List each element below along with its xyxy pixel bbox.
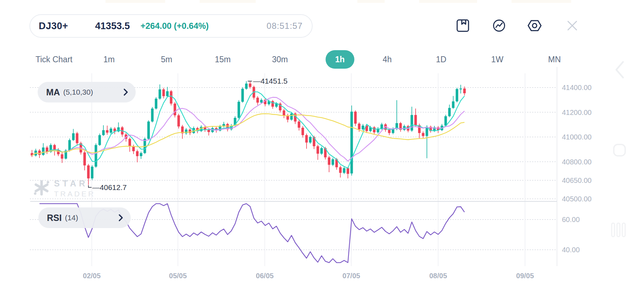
svg-text:41400.00: 41400.00 bbox=[562, 84, 591, 91]
svg-text:—40612.7: —40612.7 bbox=[92, 183, 127, 191]
svg-text:40.00: 40.00 bbox=[562, 246, 580, 254]
rsi-label: RSI bbox=[47, 213, 62, 223]
last-price: 41353.5 bbox=[95, 21, 130, 32]
triple-bars-icon bbox=[611, 233, 626, 239]
svg-text:09/05: 09/05 bbox=[516, 272, 534, 280]
bookmark-button[interactable] bbox=[455, 19, 471, 34]
chevron-left-icon bbox=[613, 75, 627, 81]
chart-screen: STAR TRADER —41451.5—40612.741400.004120… bbox=[0, 0, 644, 301]
settings-button[interactable] bbox=[527, 19, 542, 34]
chevron-right-icon bbox=[123, 88, 129, 96]
instrument-header[interactable]: DJ30+ 41353.5 +264.00 (+0.64%) 08:51:57 bbox=[29, 14, 313, 38]
drawing-tools-button[interactable] bbox=[611, 222, 626, 239]
ma-params: (5,10,30) bbox=[63, 88, 93, 96]
svg-text:60.00: 60.00 bbox=[562, 216, 580, 223]
tab-1d[interactable]: 1D bbox=[436, 50, 446, 69]
screenshot-button[interactable] bbox=[612, 143, 627, 159]
tab-5m[interactable]: 5m bbox=[161, 50, 172, 69]
close-icon bbox=[565, 19, 579, 34]
rounded-square-icon bbox=[612, 152, 627, 158]
tab-mn[interactable]: MN bbox=[548, 50, 561, 69]
svg-text:—41451.5: —41451.5 bbox=[253, 77, 288, 85]
rsi-indicator-pill[interactable]: RSI (14) bbox=[38, 207, 131, 228]
svg-text:40500.00: 40500.00 bbox=[562, 195, 591, 203]
tab-15m[interactable]: 15m bbox=[215, 50, 231, 69]
ma-indicator-pill[interactable]: MA (5,10,30) bbox=[38, 82, 136, 102]
bookmark-icon bbox=[456, 19, 470, 34]
svg-text:41000.00: 41000.00 bbox=[562, 133, 591, 141]
tab-30m[interactable]: 30m bbox=[272, 50, 288, 69]
collapse-panel-button[interactable] bbox=[613, 60, 627, 81]
svg-text:05/05: 05/05 bbox=[169, 272, 187, 280]
timeframe-tabs: Tick Chart1m5m15m30m1h4h1D1WMN bbox=[0, 50, 644, 69]
tab-1m[interactable]: 1m bbox=[103, 50, 115, 69]
svg-text:40650.00: 40650.00 bbox=[562, 176, 591, 184]
price-change: +264.00 (+0.64%) bbox=[140, 21, 209, 31]
svg-text:02/05: 02/05 bbox=[83, 272, 101, 280]
quote-time: 08:51:57 bbox=[267, 21, 303, 31]
tab-tick-chart[interactable]: Tick Chart bbox=[36, 50, 72, 69]
svg-text:08/05: 08/05 bbox=[429, 272, 447, 280]
chart-style-button[interactable] bbox=[491, 19, 507, 34]
chart-canvas[interactable]: —41451.5—40612.741400.0041200.0041000.00… bbox=[0, 0, 644, 301]
svg-text:06/05: 06/05 bbox=[256, 272, 274, 280]
rsi-params: (14) bbox=[65, 213, 78, 222]
trend-circle-icon bbox=[492, 19, 506, 34]
svg-text:40800.00: 40800.00 bbox=[562, 158, 591, 166]
date-axis: 02/0505/0506/0507/0508/0509/05 bbox=[83, 272, 534, 280]
svg-text:41200.00: 41200.00 bbox=[562, 109, 591, 116]
price-axis: 41400.0041200.0041000.0040800.0040650.00… bbox=[562, 84, 591, 254]
tab-1w[interactable]: 1W bbox=[491, 50, 504, 69]
settings-nut-icon bbox=[527, 19, 542, 34]
tab-1h[interactable]: 1h bbox=[326, 50, 355, 69]
svg-text:07/05: 07/05 bbox=[342, 272, 360, 280]
close-button[interactable] bbox=[564, 19, 580, 34]
symbol-name: DJ30+ bbox=[39, 21, 68, 32]
ma-label: MA bbox=[46, 87, 60, 97]
tab-4h[interactable]: 4h bbox=[383, 50, 392, 69]
chevron-right-icon bbox=[118, 213, 124, 222]
